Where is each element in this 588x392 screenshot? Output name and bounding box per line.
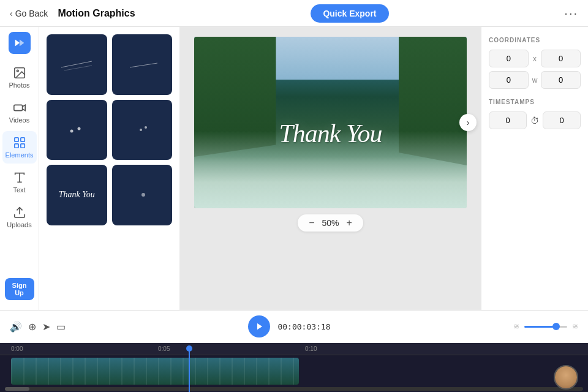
svg-marker-18 bbox=[257, 323, 262, 330]
svg-line-11 bbox=[64, 66, 92, 70]
element-preview-3 bbox=[58, 111, 95, 148]
timestamps-row: ⏱ bbox=[489, 111, 581, 129]
svg-point-15 bbox=[140, 129, 142, 131]
ruler-mark-10: 0:10 bbox=[305, 345, 317, 352]
sidebar-item-videos-label: Videos bbox=[9, 116, 29, 124]
canvas-preview: Thank You bbox=[194, 37, 467, 208]
element-card-5-text: Thank You bbox=[56, 187, 97, 202]
volume-icon[interactable]: 🔊 bbox=[10, 321, 22, 333]
coord-x-input[interactable] bbox=[489, 50, 529, 67]
header-left: ‹ Go Back Motion Graphics bbox=[10, 8, 135, 19]
play-icon bbox=[255, 322, 264, 331]
coord-w-input[interactable] bbox=[489, 71, 529, 89]
element-preview-1 bbox=[58, 46, 95, 83]
signup-button[interactable]: Sign Up bbox=[5, 278, 34, 300]
element-preview-2 bbox=[124, 46, 160, 83]
svg-rect-4 bbox=[20, 138, 24, 141]
sidebar-item-uploads-label: Uploads bbox=[7, 221, 31, 228]
sidebar-item-photos-label: Photos bbox=[9, 81, 29, 89]
zoom-bar: − 50% + bbox=[298, 214, 363, 232]
more-options-button[interactable]: ··· bbox=[564, 6, 578, 20]
sidebar-item-text-label: Text bbox=[13, 186, 25, 194]
canvas-overlay-text: Thank You bbox=[279, 119, 382, 148]
text-icon bbox=[13, 171, 26, 184]
zoom-in-button[interactable]: + bbox=[344, 217, 355, 228]
canvas-next-button[interactable]: › bbox=[459, 114, 477, 131]
upload-icon bbox=[13, 206, 26, 219]
coord-h-input[interactable] bbox=[541, 71, 581, 89]
zoom-value: 50% bbox=[322, 218, 339, 228]
timeline-scrollbar[interactable] bbox=[5, 387, 583, 391]
playback-left-controls: 🔊 ⊕ ➤ ▭ bbox=[10, 321, 66, 333]
elements-icon bbox=[13, 136, 26, 149]
elements-panel: Thank You bbox=[39, 27, 180, 310]
add-icon[interactable]: ⊕ bbox=[28, 321, 36, 333]
header-center: Quick Export bbox=[145, 4, 555, 23]
playback-bar: 🔊 ⊕ ➤ ▭ 00:00:03:18 ≋ ≋ bbox=[0, 311, 588, 343]
play-button[interactable] bbox=[248, 315, 270, 337]
ts-end-input[interactable] bbox=[543, 111, 581, 129]
sidebar-item-elements[interactable]: Elements bbox=[2, 131, 37, 164]
sidebar-nav: Photos Videos Elements bbox=[2, 32, 37, 233]
send-icon[interactable]: ➤ bbox=[42, 321, 50, 333]
bottom-area: 🔊 ⊕ ➤ ▭ 00:00:03:18 ≋ ≋ 0:00 0:05 0:10 bbox=[0, 310, 588, 392]
clip-frames bbox=[11, 358, 299, 385]
playback-center: 00:00:03:18 bbox=[73, 315, 506, 337]
svg-point-13 bbox=[70, 129, 74, 132]
sidebar-item-videos[interactable]: Videos bbox=[2, 96, 37, 129]
svg-point-14 bbox=[78, 127, 81, 130]
playhead-handle bbox=[186, 345, 192, 352]
timeline-track[interactable] bbox=[5, 358, 583, 383]
svg-rect-6 bbox=[20, 144, 24, 148]
playhead[interactable] bbox=[189, 345, 190, 392]
ruler-marks: 0:00 0:05 0:10 bbox=[5, 343, 583, 355]
canvas-wrapper: Thank You › bbox=[194, 37, 467, 208]
svg-rect-3 bbox=[14, 138, 18, 141]
sidebar-item-text[interactable]: Text bbox=[2, 166, 37, 198]
clock-icon: ⏱ bbox=[530, 116, 539, 126]
header: ‹ Go Back Motion Graphics Quick Export ·… bbox=[0, 0, 588, 27]
scene-background: Thank You bbox=[194, 37, 467, 208]
timecode: 00:00:03:18 bbox=[277, 322, 330, 331]
avatar bbox=[554, 365, 578, 390]
main-content: Photos Videos Elements bbox=[0, 27, 588, 310]
svg-point-17 bbox=[141, 193, 145, 197]
svg-point-16 bbox=[145, 126, 147, 129]
ruler-mark-5: 0:05 bbox=[158, 345, 170, 352]
sidebar-item-photos[interactable]: Photos bbox=[2, 61, 37, 94]
sidebar-item-uploads[interactable]: Uploads bbox=[2, 201, 37, 233]
timestamps-section-title: TIMESTAMPS bbox=[489, 99, 581, 105]
layout-icon[interactable]: ▭ bbox=[56, 321, 66, 333]
element-card-3[interactable] bbox=[47, 100, 107, 160]
go-back-label: Go Back bbox=[15, 9, 48, 18]
element-card-6[interactable] bbox=[112, 165, 173, 225]
right-panel: COORDINATES x w TIMESTAMPS ⏱ bbox=[481, 27, 588, 310]
coordinates-grid: x w bbox=[489, 50, 581, 89]
timeline-ruler: 0:00 0:05 0:10 bbox=[0, 343, 588, 355]
ruler-mark-0: 0:00 bbox=[11, 345, 23, 352]
element-card-2[interactable] bbox=[112, 34, 173, 95]
video-clip[interactable] bbox=[11, 358, 299, 385]
svg-rect-2 bbox=[13, 105, 22, 110]
element-card-1[interactable] bbox=[47, 34, 107, 95]
ts-start-input[interactable] bbox=[489, 111, 527, 129]
coord-y-input[interactable] bbox=[541, 50, 581, 67]
svg-point-1 bbox=[17, 70, 18, 72]
wave-left-icon: ≋ bbox=[513, 322, 519, 331]
wave-right-icon: ≋ bbox=[572, 322, 578, 331]
element-preview-6 bbox=[124, 176, 160, 213]
svg-line-12 bbox=[130, 63, 157, 67]
page-title: Motion Graphics bbox=[58, 8, 135, 19]
chevron-left-icon: ‹ bbox=[10, 9, 13, 18]
video-icon bbox=[13, 101, 26, 115]
scrollbar-thumb[interactable] bbox=[5, 387, 29, 391]
coord-w-label: w bbox=[532, 76, 538, 85]
quick-export-button[interactable]: Quick Export bbox=[311, 4, 388, 23]
element-card-5[interactable]: Thank You bbox=[47, 165, 107, 225]
volume-slider[interactable] bbox=[524, 326, 567, 328]
element-card-4[interactable] bbox=[112, 100, 173, 160]
go-back-button[interactable]: ‹ Go Back bbox=[10, 9, 48, 18]
logo-icon bbox=[13, 36, 26, 50]
avatar-image bbox=[555, 366, 577, 388]
zoom-out-button[interactable]: − bbox=[306, 217, 317, 228]
